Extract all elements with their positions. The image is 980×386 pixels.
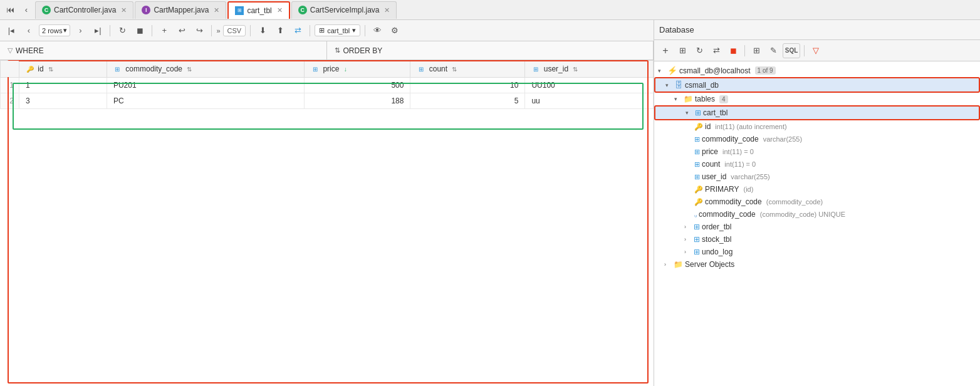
db-stop-btn[interactable]: ◼ <box>726 43 741 58</box>
stock-tbl-chevron: › <box>684 236 692 243</box>
tree-cart-tbl[interactable]: ▾ ⊞ cart_tbl <box>654 105 980 120</box>
tab-cart-service-close[interactable]: ✕ <box>384 6 390 14</box>
cell-user-id-2[interactable]: uu <box>525 93 654 109</box>
add-row-btn[interactable]: + <box>157 23 172 38</box>
tab-cart-service[interactable]: C CartServiceImpl.java ✕ <box>291 1 397 19</box>
user-id-sort[interactable]: ⇅ <box>573 66 578 73</box>
cell-count-2[interactable]: 5 <box>410 93 525 109</box>
nav-last-toolbar-btn[interactable]: ▸| <box>90 23 105 38</box>
th-commodity-code-label: commodity_code <box>125 65 182 73</box>
nav-next-toolbar-btn[interactable]: › <box>73 23 88 38</box>
tree-idx-primary[interactable]: 🔑 PRIMARY (id) <box>654 183 980 196</box>
tree-undo-log[interactable]: › ⊞ undo_log <box>654 246 980 258</box>
right-panel: Database + ⊞ ↻ ⇄ ◼ ⊞ ✎ SQL ▽ ▾ ⚡ csmall_… <box>654 20 980 386</box>
tree-col-commodity-code[interactable]: ⊞ commodity_code varchar(255) <box>654 133 980 145</box>
th-commodity-code[interactable]: ⊞ commodity_code ⇅ <box>107 61 304 78</box>
settings-btn[interactable]: ⚙ <box>387 23 402 38</box>
tab-cart-controller[interactable]: C CartController.java ✕ <box>35 1 133 19</box>
idx-commodity-unique-icon: ᵤ <box>694 211 697 219</box>
th-user-id[interactable]: ⊞ user_id ⇅ <box>525 61 654 78</box>
cell-commodity-code-2[interactable]: PC <box>107 93 304 109</box>
divider3 <box>211 25 212 36</box>
col-price-icon: ⊞ <box>694 148 700 156</box>
tab-cart-mapper-close[interactable]: ✕ <box>214 6 219 14</box>
db-table-btn[interactable]: ⊞ <box>749 43 764 58</box>
db-schema-btn[interactable]: ⇄ <box>709 43 724 58</box>
link-btn[interactable]: ⇄ <box>290 23 305 38</box>
cell-id-2[interactable]: 3 <box>19 93 107 109</box>
tree-stock-tbl[interactable]: › ⊞ stock_tbl <box>654 233 980 246</box>
db-filter-btn[interactable]: ▽ <box>808 43 823 58</box>
connection-badge: 1 of 9 <box>755 66 776 75</box>
th-price[interactable]: ⊞ price ↓ <box>305 61 410 78</box>
cell-price-2[interactable]: 188 <box>305 93 410 109</box>
col-id-name: id <box>705 122 711 131</box>
server-objects-chevron: › <box>664 261 672 268</box>
schema-label: csmall_db <box>685 81 719 90</box>
tree-col-id[interactable]: 🔑 id int(11) (auto increment) <box>654 120 980 133</box>
import-btn[interactable]: ⬆ <box>273 23 288 38</box>
id-sort[interactable]: ⇅ <box>48 66 53 73</box>
pk-icon: 🔑 <box>26 65 34 73</box>
db-refresh-btn[interactable]: ↻ <box>692 43 707 58</box>
nav-prev-toolbar-btn[interactable]: ‹ <box>21 23 36 38</box>
row-num-2: 2 <box>1 93 19 109</box>
tree-col-user-id[interactable]: ⊞ user_id varchar(255) <box>654 170 980 183</box>
order-tbl-chevron: › <box>684 224 692 230</box>
left-panel: |◂ ‹ 2 rows ▾ › ▸| ↻ ◼ + ↩ ↪ » CSV ⬇ ⬆ ⇄… <box>0 20 654 386</box>
col-icon-3: ⊞ <box>417 65 425 73</box>
tab-cart-mapper-label: CartMapper.java <box>154 6 209 14</box>
cell-price-1[interactable]: 500 <box>305 78 410 93</box>
tab-cart-controller-label: CartController.java <box>54 6 116 14</box>
tree-order-tbl[interactable]: › ⊞ order_tbl <box>654 221 980 233</box>
tree-server-objects[interactable]: › 📁 Server Objects <box>654 258 980 271</box>
tab-cart-controller-close[interactable]: ✕ <box>121 6 127 14</box>
eye-btn[interactable]: 👁 <box>370 23 385 38</box>
nav-first-toolbar-btn[interactable]: |◂ <box>4 23 19 38</box>
th-count[interactable]: ⊞ count ⇅ <box>410 61 525 78</box>
nav-first-btn[interactable]: ⏮ <box>3 3 18 18</box>
nav-prev-btn[interactable]: ‹ <box>19 3 34 18</box>
refresh-btn[interactable]: ↻ <box>115 23 130 38</box>
tree-idx-commodity-unique[interactable]: ᵤ commodity_code (commodity_code) UNIQUE <box>654 208 980 221</box>
count-sort[interactable]: ⇅ <box>452 66 457 73</box>
tree-col-price[interactable]: ⊞ price int(11) = 0 <box>654 145 980 158</box>
tree-connection[interactable]: ▾ ⚡ csmall_db@localhost 1 of 9 <box>654 64 980 77</box>
row-num-1: 1 <box>1 78 19 93</box>
cell-count-1[interactable]: 10 <box>410 78 525 93</box>
stop-btn[interactable]: ◼ <box>132 23 147 38</box>
tab-cart-tbl-label: cart_tbl <box>247 6 271 15</box>
tree-tables-folder[interactable]: ▾ 📁 tables 4 <box>654 93 980 105</box>
db-sql-btn[interactable]: SQL <box>783 43 800 58</box>
export-btn[interactable]: ⬇ <box>255 23 270 38</box>
more-btn[interactable]: » <box>216 27 220 34</box>
tree-schema[interactable]: ▾ 🗄 csmall_db <box>654 77 980 93</box>
db-panel-title: Database <box>659 25 694 34</box>
commodity-sort[interactable]: ⇅ <box>187 66 192 73</box>
cell-commodity-code-1[interactable]: PU201 <box>107 78 304 93</box>
tree-idx-commodity[interactable]: 🔑 commodity_code (commodity_code) <box>654 196 980 208</box>
cell-id-1[interactable]: 1 <box>19 78 107 93</box>
rows-dropdown[interactable]: 2 rows ▾ <box>39 24 70 36</box>
cell-user-id-1[interactable]: UU100 <box>525 78 654 93</box>
tab-cart-tbl-close[interactable]: ✕ <box>277 6 283 14</box>
db-add-btn[interactable]: + <box>658 43 673 58</box>
tree-col-count[interactable]: ⊞ count int(11) = 0 <box>654 158 980 170</box>
redo-btn[interactable]: ↪ <box>192 23 207 38</box>
price-sort[interactable]: ↓ <box>344 66 347 73</box>
row-num-header <box>1 61 19 78</box>
db-copy-btn[interactable]: ⊞ <box>675 43 690 58</box>
tab-cart-tbl[interactable]: ⊞ cart_tbl ✕ <box>227 1 289 19</box>
th-user-id-label: user_id <box>544 65 568 73</box>
sort-icon: ⇅ <box>335 46 340 55</box>
db-divider2 <box>804 45 805 56</box>
csv-btn[interactable]: CSV <box>223 25 246 36</box>
table-name-dropdown[interactable]: ⊞ cart_tbl ▾ <box>315 24 360 36</box>
th-id[interactable]: 🔑 id ⇅ <box>19 61 107 78</box>
divider5 <box>310 25 310 36</box>
undo-btn[interactable]: ↩ <box>174 23 189 38</box>
db-edit-btn[interactable]: ✎ <box>766 43 781 58</box>
divider2 <box>152 25 152 36</box>
tab-cart-mapper[interactable]: I CartMapper.java ✕ <box>135 1 226 19</box>
idx-commodity-detail: (commodity_code) <box>766 198 823 206</box>
